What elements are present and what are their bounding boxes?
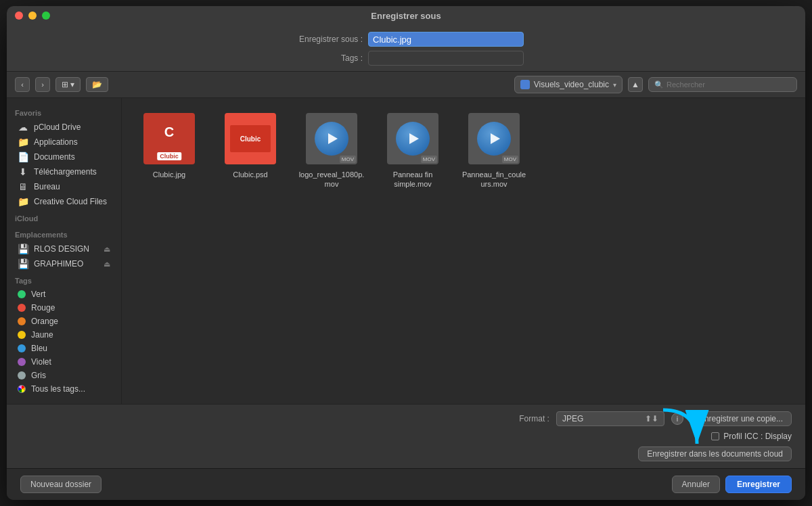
file-name-logo-reveal: logo_reveal_1080p.mov <box>298 170 365 189</box>
location-dropdown[interactable]: Visuels_video_clubic ▾ <box>514 76 623 93</box>
quicktime-icon-3 <box>477 122 511 156</box>
search-placeholder: Rechercher <box>667 80 705 89</box>
filename-row: Enregistrer sous : <box>20 32 792 47</box>
cancel-button[interactable]: Annuler <box>672 476 720 493</box>
file-thumb-logo-reveal: MOV <box>304 112 359 166</box>
favorites-section-title: Favoris <box>7 104 121 120</box>
main-content: Favoris ☁ pCloud Drive 📁 Applications 📄 … <box>7 98 805 404</box>
mov-thumbnail-3: MOV <box>468 113 520 164</box>
downloads-icon: ⬇ <box>18 166 28 177</box>
sidebar-item-rouge[interactable]: Rouge <box>9 301 118 315</box>
sidebar-item-vert[interactable]: Vert <box>9 288 118 301</box>
back-button[interactable]: ‹ <box>15 77 30 92</box>
tags-section-title: Tags <box>7 271 121 288</box>
quicktime-icon-2 <box>396 122 430 156</box>
file-thumb-panneau-simple: MOV <box>386 112 440 166</box>
eject-icon: ⏏ <box>104 245 110 254</box>
new-folder-button[interactable]: Nouveau dossier <box>20 476 102 493</box>
folder-icon: 📂 <box>92 80 102 89</box>
file-thumb-clubic-psd: Clubic <box>223 112 277 166</box>
save-button[interactable]: Enregistrer <box>725 476 792 493</box>
sidebar-item-applications[interactable]: 📁 Applications <box>9 135 118 150</box>
eject-icon-2: ⏏ <box>104 260 110 269</box>
cancel-label: Annuler <box>682 480 710 489</box>
view-grid-button[interactable]: ⊞ ▾ <box>55 77 81 92</box>
desktop-icon: 🖥 <box>18 181 28 192</box>
icc-row: Profil ICC : Display <box>20 432 792 441</box>
save-copy-button[interactable]: Enregistrer une copie... <box>690 411 792 426</box>
minimize-button[interactable] <box>28 12 37 20</box>
icc-checkbox-label[interactable]: Profil ICC : Display <box>711 432 792 441</box>
sidebar-item-creative-cloud[interactable]: 📁 Creative Cloud Files <box>9 194 118 209</box>
sidebar-item-documents[interactable]: 📄 Documents <box>9 150 118 164</box>
file-name-panneau-simple: Panneau fin simple.mov <box>379 170 447 189</box>
cloud-row: Enregistrer dans les documents cloud <box>20 446 792 461</box>
file-item-panneau-fin-simple[interactable]: MOV Panneau fin simple.mov <box>379 112 447 189</box>
save-label: Enregistrer <box>737 480 780 489</box>
sidebar-item-label: Bureau <box>34 182 60 191</box>
tags-label: Tags : <box>288 53 363 63</box>
file-item-logo-reveal[interactable]: MOV logo_reveal_1080p.mov <box>298 112 365 189</box>
documents-icon: 📄 <box>18 152 28 162</box>
maximize-button[interactable] <box>42 12 50 20</box>
applications-icon: 📁 <box>18 137 28 147</box>
sidebar-item-tous-les-tags[interactable]: Tous les tags... <box>9 382 118 396</box>
orange-tag-dot <box>18 317 26 325</box>
footer-buttons: Nouveau dossier Annuler Enregistrer <box>7 468 805 500</box>
sidebar-item-orange[interactable]: Orange <box>9 315 118 328</box>
format-value: JPEG <box>562 414 583 423</box>
cc-icon: 📁 <box>18 196 28 207</box>
sidebar-item-label: Violet <box>31 357 51 367</box>
search-icon: 🔍 <box>654 80 664 89</box>
forward-button[interactable]: › <box>35 77 50 92</box>
mov-badge-2: MOV <box>421 156 437 163</box>
sidebar-item-graphimeo[interactable]: 💾 GRAPHIMEO ⏏ <box>9 256 118 271</box>
save-copy-label: Enregistrer une copie... <box>699 414 783 423</box>
quicktime-icon-1 <box>315 122 348 156</box>
sidebar-item-label: Tous les tags... <box>31 384 85 394</box>
sidebar-item-label: GRAPHIMEO <box>34 259 83 269</box>
sidebar-item-label: pCloud Drive <box>34 122 81 132</box>
psd-thumbnail: Clubic <box>225 113 276 164</box>
rouge-tag-dot <box>18 304 26 312</box>
info-button[interactable]: i <box>671 413 683 425</box>
violet-tag-dot <box>18 358 26 366</box>
file-item-clubic-psd[interactable]: Clubic Clubic.psd <box>217 112 284 189</box>
file-thumb-clubic-jpg: C <box>142 112 196 166</box>
file-item-clubic-jpg[interactable]: C Clubic.jpg <box>135 112 203 189</box>
sidebar-item-bureau[interactable]: 🖥 Bureau <box>9 179 118 194</box>
location-name: Visuels_video_clubic <box>534 80 609 89</box>
header-area: Enregistrer sous : Tags : <box>7 25 805 72</box>
sidebar-item-bleu[interactable]: Bleu <box>9 342 118 355</box>
folder-view-button[interactable]: 📂 <box>86 77 108 92</box>
toggle-path-button[interactable]: ▲ <box>628 77 643 92</box>
jpg-thumbnail: C <box>143 113 195 164</box>
sidebar-item-pcloud[interactable]: ☁ pCloud Drive <box>9 120 118 135</box>
window-controls <box>15 12 50 20</box>
tags-input[interactable] <box>368 51 524 66</box>
tags-row: Tags : <box>20 51 792 66</box>
filename-input[interactable] <box>368 32 524 47</box>
save-cloud-label: Enregistrer dans les documents cloud <box>647 449 783 459</box>
sidebar-item-violet[interactable]: Violet <box>9 355 118 369</box>
close-button[interactable] <box>15 12 23 20</box>
icloud-section-title: iCloud <box>7 209 121 225</box>
format-dropdown[interactable]: JPEG ⬆⬇ <box>556 411 664 426</box>
sidebar-item-telechargements[interactable]: ⬇ Téléchargements <box>9 164 118 179</box>
sidebar-item-gris[interactable]: Gris <box>9 369 118 382</box>
dropdown-chevron: ▾ <box>613 81 616 89</box>
icc-checkbox[interactable] <box>711 432 719 440</box>
search-box[interactable]: 🔍 Rechercher <box>648 77 797 92</box>
bottom-bar: Format : JPEG ⬆⬇ i Enregistrer une copie… <box>7 404 805 468</box>
save-dialog: Enregistrer sous Enregistrer sous : Tags… <box>7 6 805 500</box>
sidebar-item-label: Gris <box>31 371 46 380</box>
dialog-title: Enregistrer sous <box>371 11 441 21</box>
sidebar-item-rlos[interactable]: 💾 RLOS DESIGN ⏏ <box>9 242 118 256</box>
sidebar-item-label: Applications <box>34 137 78 147</box>
sidebar-item-label: RLOS DESIGN <box>34 244 89 254</box>
pcloud-icon: ☁ <box>18 122 28 133</box>
save-cloud-button[interactable]: Enregistrer dans les documents cloud <box>638 446 792 461</box>
file-item-panneau-couleurs[interactable]: MOV Panneau_fin_couleurs.mov <box>460 112 528 189</box>
emplacements-section-title: Emplacements <box>7 225 121 242</box>
sidebar-item-jaune[interactable]: Jaune <box>9 328 118 342</box>
